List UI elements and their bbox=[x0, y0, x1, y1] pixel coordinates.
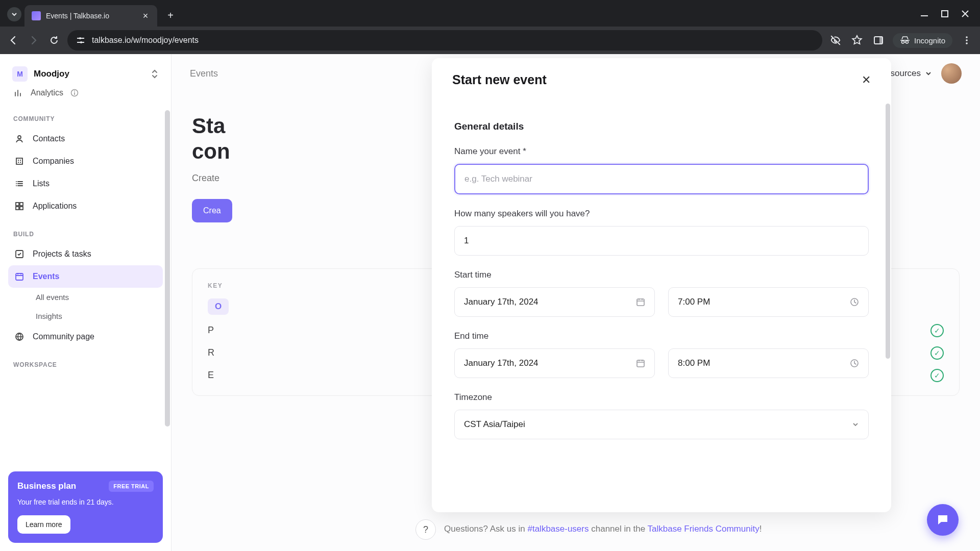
browser-menu-button[interactable] bbox=[960, 33, 974, 47]
event-name-label: Name your event * bbox=[454, 146, 869, 157]
back-button[interactable] bbox=[6, 33, 20, 47]
sidebar-item-contacts[interactable]: Contacts bbox=[8, 128, 163, 150]
analytics-label: Analytics bbox=[31, 88, 63, 97]
new-tab-button[interactable]: + bbox=[162, 7, 179, 23]
svg-point-12 bbox=[966, 42, 968, 44]
promo-card: Business plan FREE TRIAL Your free trial… bbox=[8, 471, 163, 543]
nav-label: Community page bbox=[33, 332, 94, 341]
workspace-name: Moodjoy bbox=[34, 69, 144, 79]
svg-rect-24 bbox=[16, 207, 19, 210]
reload-button[interactable] bbox=[47, 33, 61, 47]
site-settings-icon[interactable] bbox=[76, 35, 86, 45]
workspace-avatar: M bbox=[12, 66, 28, 82]
maximize-button[interactable] bbox=[939, 8, 950, 19]
sidebar-subitem-all-events[interactable]: All events bbox=[8, 288, 163, 307]
svg-rect-3 bbox=[81, 38, 84, 39]
browser-tab-bar: Events | Talkbase.io × + bbox=[0, 0, 980, 27]
sidebar-item-projects[interactable]: Projects & tasks bbox=[8, 243, 163, 265]
svg-point-6 bbox=[79, 37, 81, 39]
sidebar-item-lists[interactable]: Lists bbox=[8, 172, 163, 195]
clock-icon bbox=[850, 297, 859, 307]
nav-label: Projects & tasks bbox=[33, 249, 91, 259]
url-bar[interactable]: talkbase.io/w/moodjoy/events bbox=[67, 30, 822, 51]
tab-search-button[interactable] bbox=[7, 7, 21, 21]
svg-rect-20 bbox=[18, 162, 19, 163]
modal-scrollbar[interactable] bbox=[885, 104, 891, 368]
start-date-input[interactable]: January 17th, 2024 bbox=[454, 287, 655, 317]
section-build: BUILD bbox=[13, 231, 158, 238]
nav-label: Applications bbox=[33, 202, 77, 211]
svg-rect-29 bbox=[637, 299, 644, 306]
timezone-label: Timezone bbox=[454, 392, 869, 403]
end-time-input[interactable]: 8:00 PM bbox=[668, 348, 869, 378]
channel-link[interactable]: #talkbase-users bbox=[527, 524, 589, 534]
chat-icon bbox=[935, 512, 950, 528]
bookmark-star-icon[interactable] bbox=[850, 33, 864, 47]
nav-label: Events bbox=[33, 272, 59, 281]
sidebar-subitem-insights[interactable]: Insights bbox=[8, 307, 163, 325]
tab-close-button[interactable]: × bbox=[141, 11, 150, 20]
minimize-button[interactable] bbox=[919, 8, 930, 19]
promo-learn-more-button[interactable]: Learn more bbox=[17, 515, 70, 534]
section-workspace: WORKSPACE bbox=[13, 361, 158, 368]
browser-tab[interactable]: Events | Talkbase.io × bbox=[24, 5, 157, 27]
svg-point-15 bbox=[74, 91, 75, 92]
help-button[interactable]: ? bbox=[415, 519, 436, 540]
eye-off-icon[interactable] bbox=[828, 33, 843, 47]
chart-icon bbox=[13, 88, 23, 98]
start-time-input[interactable]: 7:00 PM bbox=[668, 287, 869, 317]
svg-rect-21 bbox=[20, 162, 21, 163]
timezone-select[interactable]: CST Asia/Taipei bbox=[454, 410, 869, 439]
svg-rect-18 bbox=[18, 160, 19, 161]
svg-rect-17 bbox=[16, 158, 22, 164]
window-controls bbox=[919, 8, 971, 19]
speakers-value: 1 bbox=[464, 236, 469, 246]
forward-button[interactable] bbox=[27, 33, 41, 47]
incognito-icon bbox=[900, 36, 910, 44]
svg-point-7 bbox=[80, 41, 82, 43]
speakers-input[interactable]: 1 bbox=[454, 226, 869, 256]
speakers-label: How many speakers will you have? bbox=[454, 209, 869, 219]
end-time-label: End time bbox=[454, 331, 869, 341]
sidebar-item-applications[interactable]: Applications bbox=[8, 195, 163, 217]
chevron-down-icon bbox=[11, 11, 17, 17]
favicon-icon bbox=[32, 11, 41, 20]
updown-chevron-icon bbox=[151, 69, 159, 79]
incognito-badge[interactable]: Incognito bbox=[893, 33, 952, 48]
panel-icon[interactable] bbox=[871, 33, 886, 47]
close-window-button[interactable] bbox=[960, 8, 971, 19]
nav-label: Contacts bbox=[33, 134, 65, 143]
svg-point-11 bbox=[966, 39, 968, 41]
sidebar-item-analytics[interactable]: Analytics bbox=[8, 84, 163, 102]
grid-icon bbox=[14, 201, 24, 211]
new-event-modal: Start new event ✕ General details Name y… bbox=[432, 58, 891, 512]
modal-close-button[interactable]: ✕ bbox=[860, 73, 873, 87]
svg-rect-22 bbox=[16, 203, 19, 206]
calendar-icon bbox=[14, 271, 24, 282]
sidebar-item-events[interactable]: Events bbox=[8, 265, 163, 288]
sidebar-scrollbar[interactable] bbox=[164, 110, 171, 437]
event-name-input[interactable] bbox=[454, 164, 869, 194]
user-icon bbox=[14, 134, 24, 144]
community-link[interactable]: Talkbase Friends Community bbox=[648, 524, 760, 534]
section-community: COMMUNITY bbox=[13, 115, 158, 122]
building-icon bbox=[14, 156, 24, 166]
section-general-title: General details bbox=[454, 121, 869, 132]
svg-rect-19 bbox=[20, 160, 21, 161]
checkbox-icon bbox=[14, 249, 24, 259]
start-date-value: January 17th, 2024 bbox=[464, 297, 538, 307]
svg-rect-23 bbox=[20, 203, 23, 206]
nav-label: Lists bbox=[33, 179, 50, 188]
sidebar-item-community-page[interactable]: Community page bbox=[8, 325, 163, 348]
start-time-label: Start time bbox=[454, 270, 869, 280]
sidebar-item-companies[interactable]: Companies bbox=[8, 150, 163, 172]
end-time-value: 8:00 PM bbox=[678, 358, 710, 368]
calendar-icon bbox=[636, 297, 645, 307]
chat-fab[interactable] bbox=[927, 504, 959, 536]
svg-rect-9 bbox=[879, 37, 883, 44]
workspace-switcher[interactable]: M Moodjoy bbox=[8, 61, 163, 87]
svg-rect-25 bbox=[20, 207, 23, 210]
list-icon bbox=[14, 179, 24, 189]
end-date-input[interactable]: January 17th, 2024 bbox=[454, 348, 655, 378]
svg-point-10 bbox=[966, 36, 968, 38]
